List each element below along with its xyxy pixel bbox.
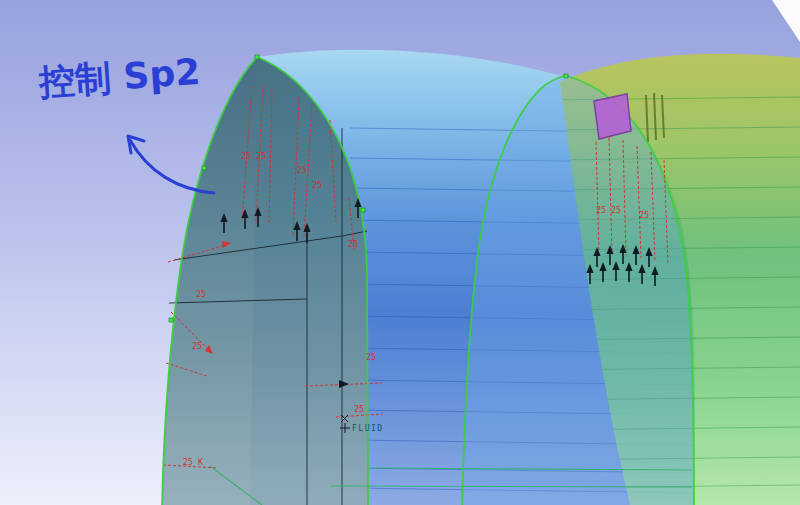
annotation-text: 控制 Sp2 <box>36 51 202 103</box>
dimension-label: 25 <box>348 239 358 249</box>
dimension-label: 25 <box>312 180 322 190</box>
dimension-label: 25 <box>639 210 649 220</box>
corner-wedge <box>772 0 800 42</box>
handwritten-annotation: 控制 Sp2 <box>36 51 214 193</box>
mesh-node-marker <box>255 55 259 59</box>
mesh-node-marker <box>169 318 173 322</box>
dimension-label: 25 <box>596 205 606 215</box>
dimension-label: 25 <box>256 151 266 161</box>
model-scene[interactable]: 25252525252525252525 K252525 FLUID 控制 Sp… <box>0 0 800 505</box>
dimension-label: 25 <box>241 151 251 161</box>
purple-element[interactable] <box>594 94 631 139</box>
dimension-label: 25 <box>297 165 307 175</box>
dimension-label: 25 <box>611 205 621 215</box>
dimension-label: 25 <box>196 289 206 299</box>
dimension-label: 25 K <box>183 457 204 467</box>
dimension-label: 25 <box>192 341 202 351</box>
dimension-label: 25 <box>366 352 376 362</box>
mesh-node-marker <box>361 208 365 212</box>
dimension-label: 25 <box>354 404 364 414</box>
mesh-node-marker <box>564 74 568 78</box>
cae-3d-viewport[interactable]: 25252525252525252525 K252525 FLUID 控制 Sp… <box>0 0 800 505</box>
mesh-node-marker <box>202 166 206 170</box>
fluid-label-text: FLUID <box>352 424 384 433</box>
